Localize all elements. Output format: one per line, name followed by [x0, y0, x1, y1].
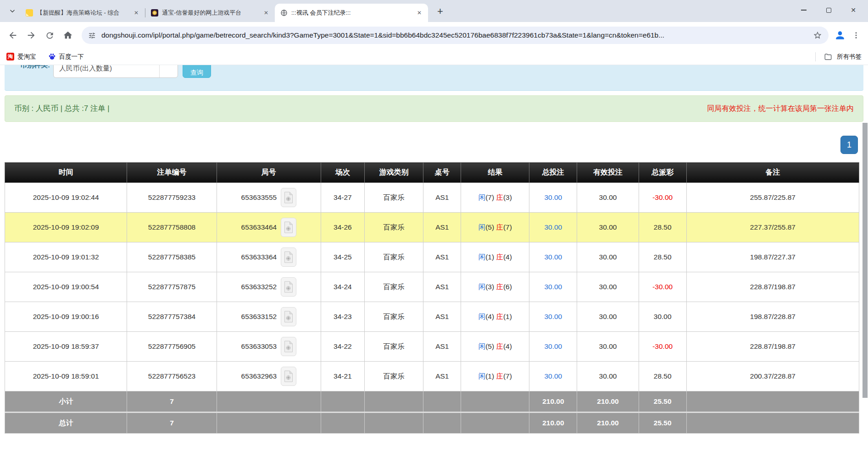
window-close-button[interactable]: ✕ — [847, 4, 860, 16]
header-result: 结果 — [461, 163, 529, 183]
vertical-scrollbar[interactable] — [862, 123, 868, 398]
cell-bet-id: 522877757875 — [127, 272, 217, 302]
tab-close-icon[interactable]: ✕ — [132, 9, 140, 17]
cell-total-bet: 30.00 — [529, 302, 577, 332]
globe-favicon-icon — [280, 9, 288, 16]
filter-label: 币别种类: — [20, 65, 50, 70]
bookmarks-separator — [815, 52, 816, 61]
header-note: 备注 — [686, 163, 859, 183]
tab-close-icon[interactable]: ✕ — [262, 9, 270, 17]
cell-valid-bet: 30.00 — [577, 272, 639, 302]
tab-haiyan-forum[interactable]: 【新提醒】海燕策略论坛 - 综合 ✕ — [20, 4, 145, 22]
window-minimize-button[interactable] — [797, 4, 810, 16]
round-number: 653633152 — [241, 313, 277, 321]
replay-video-button[interactable] — [281, 277, 296, 297]
cell-game-type: 百家乐 — [364, 272, 423, 302]
browser-menu-icon[interactable] — [851, 30, 862, 41]
tab-title: :::视讯 会员下注纪录::: — [291, 9, 412, 17]
cell-time: 2025-10-09 19:00:54 — [5, 272, 127, 302]
total-bet-link[interactable]: 30.00 — [544, 342, 562, 350]
cell-session: 34-23 — [321, 302, 364, 332]
bookmark-taobao[interactable]: 淘 爱淘宝 — [6, 53, 36, 61]
cell-payout: -30.00 — [639, 272, 686, 302]
url-text[interactable]: dongshouji.com/ipl/portal.php/game/betre… — [101, 31, 807, 39]
tab-bet-records-active[interactable]: :::视讯 会员下注纪录::: ✕ — [275, 4, 428, 22]
total-bet-link[interactable]: 30.00 — [544, 372, 562, 380]
cell-total-bet: 30.00 — [529, 183, 577, 213]
replay-video-button[interactable] — [281, 248, 296, 267]
tab-tongbao-platform[interactable]: 通宝-信誉最好的网上游戏平台 ✕ — [145, 4, 275, 22]
player-score: (3) — [485, 283, 494, 291]
browser-toolbar: dongshouji.com/ipl/portal.php/game/betre… — [0, 22, 868, 49]
cell-payout: 28.50 — [639, 362, 686, 391]
player-label: 闲 — [479, 313, 486, 320]
cell-session: 34-26 — [321, 213, 364, 242]
baidu-paw-icon — [48, 53, 56, 60]
cell-bet-id: 522877759233 — [127, 183, 217, 213]
total-valid-bet: 210.00 — [577, 412, 639, 434]
cell-table-no: AS1 — [423, 242, 461, 272]
table-row: 2025-10-09 19:01:32 522877758385 6536333… — [5, 242, 859, 272]
back-icon[interactable] — [5, 27, 21, 44]
header-bet-id: 注单编号 — [127, 163, 217, 183]
page-1-button[interactable]: 1 — [840, 136, 858, 154]
select-dropdown-addon[interactable] — [159, 65, 178, 77]
dark-emblem-favicon-icon — [151, 9, 158, 16]
replay-video-button[interactable] — [281, 218, 296, 237]
tab-close-icon[interactable]: ✕ — [415, 9, 423, 17]
subtotal-payout: 25.50 — [639, 391, 686, 412]
cell-round: 653632963 — [217, 362, 321, 391]
header-table-no: 桌号 — [423, 163, 461, 183]
cell-game-type: 百家乐 — [364, 362, 423, 391]
replay-video-button[interactable] — [281, 307, 296, 326]
cell-game-type: 百家乐 — [364, 302, 423, 332]
cell-bet-id: 522877758808 — [127, 213, 217, 242]
total-bet-link[interactable]: 30.00 — [544, 253, 562, 261]
site-info-icon[interactable] — [88, 32, 96, 39]
player-score: (4) — [485, 313, 494, 320]
cell-session: 34-27 — [321, 183, 364, 213]
currency-select-value: 人民币(出入数量) — [54, 65, 159, 73]
player-score: (1) — [485, 372, 494, 380]
total-bet-link[interactable]: 30.00 — [544, 193, 562, 201]
summary-warning-text: 同局有效投注，统一计算在该局第一张注单内 — [707, 104, 854, 114]
window-maximize-button[interactable] — [822, 4, 835, 16]
total-bet-link[interactable]: 30.00 — [544, 283, 562, 291]
replay-video-button[interactable] — [281, 367, 296, 386]
currency-select-input[interactable]: 人民币(出入数量) — [53, 65, 178, 78]
cell-session: 34-24 — [321, 272, 364, 302]
bookmark-label: 百度一下 — [59, 53, 84, 61]
total-bet-link[interactable]: 30.00 — [544, 313, 562, 320]
header-total-bet: 总投注 — [529, 163, 577, 183]
cell-round: 653633152 — [217, 302, 321, 332]
cell-note: 227.37/255.87 — [686, 213, 859, 242]
subtotal-total-bet: 210.00 — [529, 391, 577, 412]
cell-round: 653633252 — [217, 272, 321, 302]
reload-icon[interactable] — [41, 27, 58, 44]
subtotal-label: 小计 — [5, 391, 127, 412]
all-bookmarks-label[interactable]: 所有书签 — [837, 53, 862, 61]
profile-avatar-icon[interactable] — [834, 29, 846, 41]
browser-tab-strip: 【新提醒】海燕策略论坛 - 综合 ✕ 通宝-信誉最好的网上游戏平台 ✕ :::视… — [0, 0, 868, 22]
replay-video-button[interactable] — [281, 188, 296, 207]
new-tab-button[interactable]: + — [434, 6, 446, 17]
total-bet-link[interactable]: 30.00 — [544, 223, 562, 231]
total-count: 7 — [127, 412, 217, 434]
home-icon[interactable] — [60, 27, 76, 44]
tab-search-chevron-icon[interactable] — [7, 6, 17, 16]
replay-video-button[interactable] — [281, 337, 296, 356]
bookmarks-bar: 淘 爱淘宝 百度一下 所有书签 — [0, 49, 868, 65]
cell-round: 653633555 — [217, 183, 321, 213]
cell-payout: 28.50 — [639, 242, 686, 272]
total-payout: 25.50 — [639, 412, 686, 434]
banker-label: 庄 — [496, 313, 503, 320]
cell-game-type: 百家乐 — [364, 183, 423, 213]
cell-payout: 28.50 — [639, 213, 686, 242]
forward-icon[interactable] — [23, 27, 39, 44]
bookmark-baidu[interactable]: 百度一下 — [48, 53, 84, 61]
bookmark-star-icon[interactable] — [813, 31, 822, 40]
cell-result: 闲(4) 庄(1) — [461, 302, 529, 332]
player-label: 闲 — [479, 342, 486, 350]
search-button[interactable]: 查询 — [183, 65, 211, 78]
url-bar[interactable]: dongshouji.com/ipl/portal.php/game/betre… — [82, 27, 829, 44]
